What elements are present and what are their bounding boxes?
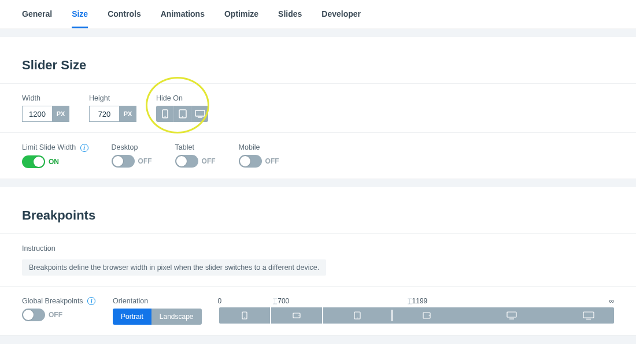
field-limit-slide-width: Limit Slide Width i ON — [22, 143, 88, 168]
svg-rect-14 — [507, 312, 516, 317]
desktop-state: OFF — [138, 157, 152, 165]
width-label: Width — [22, 94, 69, 102]
section-slider-size: Slider Size Width PX Height PX Hide On — [0, 45, 636, 179]
tablet-label: Tablet — [175, 143, 216, 151]
tab-slides[interactable]: Slides — [278, 9, 302, 28]
global-bp-label: Global Breakpoints i — [22, 297, 95, 306]
row-bp-controls: Global Breakpoints i OFF Orientation Por… — [0, 287, 636, 336]
bp-label-0: 0 — [218, 297, 222, 305]
height-unit[interactable]: PX — [119, 106, 136, 122]
bp-bar[interactable] — [219, 307, 614, 324]
field-desktop: Desktop OFF — [112, 143, 152, 168]
tab-developer[interactable]: Developer — [321, 9, 361, 28]
breakpoints-title: Breakpoints — [0, 195, 636, 234]
info-icon[interactable]: i — [87, 297, 95, 305]
settings-tabs: General Size Controls Animations Optimiz… — [0, 0, 636, 29]
row-limit-width: Limit Slide Width i ON Desktop OFF Table… — [0, 133, 636, 179]
svg-point-7 — [244, 317, 245, 318]
mobile-toggle[interactable] — [239, 155, 262, 168]
svg-rect-4 — [195, 110, 205, 116]
info-icon[interactable]: i — [80, 144, 88, 152]
field-tablet: Tablet OFF — [175, 143, 216, 168]
orientation-label: Orientation — [113, 297, 201, 305]
limit-width-state: ON — [49, 158, 59, 166]
limit-width-toggle[interactable] — [22, 155, 45, 168]
section-breakpoints: Breakpoints Instruction Breakpoints defi… — [0, 195, 636, 336]
tab-optimize[interactable]: Optimize — [224, 9, 258, 28]
svg-point-1 — [164, 116, 165, 117]
bp-label-700: ⌶700 — [273, 297, 289, 305]
hide-on-label: Hide On — [156, 94, 208, 102]
desktop-label: Desktop — [112, 143, 152, 151]
tablet-icon — [179, 109, 187, 118]
height-input[interactable] — [89, 106, 119, 122]
field-mobile: Mobile OFF — [239, 143, 279, 168]
orientation-landscape[interactable]: Landscape — [151, 309, 202, 325]
svg-point-9 — [298, 315, 299, 315]
mobile-icon — [162, 109, 168, 118]
hide-on-group — [156, 106, 208, 122]
field-height: Height PX — [89, 94, 136, 122]
bp-seg-desktop — [461, 307, 563, 324]
global-bp-state: OFF — [49, 311, 62, 319]
row-dimensions: Width PX Height PX Hide On — [0, 84, 636, 133]
layout-title: Layout — [0, 352, 636, 365]
large-desktop-icon — [583, 311, 594, 320]
hide-on-tablet[interactable] — [173, 106, 191, 122]
desktop-toggle[interactable] — [112, 155, 135, 168]
width-input[interactable] — [22, 106, 52, 122]
width-unit[interactable]: PX — [52, 106, 69, 122]
tablet-state: OFF — [202, 157, 216, 165]
bp-seg-mobile-p — [219, 307, 270, 324]
bp-seg-tablet-l — [393, 307, 461, 324]
limit-width-label: Limit Slide Width i — [22, 143, 88, 152]
tab-general[interactable]: General — [22, 9, 52, 28]
desktop-icon — [195, 110, 205, 118]
instruction-label: Instruction — [22, 244, 56, 252]
bp-seg-large — [563, 307, 614, 324]
tab-animations[interactable]: Animations — [161, 9, 205, 28]
mobile-label: Mobile — [239, 143, 279, 151]
slider-size-title: Slider Size — [0, 45, 636, 84]
mobile-portrait-icon — [242, 311, 247, 320]
height-label: Height — [89, 94, 136, 102]
bp-labels: 0 ⌶700 ⌶1199 ∞ — [219, 297, 614, 307]
desktop-icon — [506, 311, 517, 320]
instruction-text: Breakpoints define the browser width in … — [22, 259, 326, 276]
bp-label-inf: ∞ — [609, 297, 614, 305]
row-instruction: Instruction Breakpoints define the brows… — [0, 234, 636, 287]
field-hide-on: Hide On — [156, 94, 208, 122]
mobile-landscape-icon — [293, 313, 301, 318]
tablet-landscape-icon — [423, 312, 431, 319]
bp-seg-tablet-p — [323, 307, 391, 324]
svg-point-11 — [357, 317, 357, 318]
orientation-group: Portrait Landscape — [113, 309, 201, 325]
bp-label-1199: ⌶1199 — [408, 297, 428, 305]
svg-rect-16 — [583, 312, 594, 318]
breakpoint-slider[interactable]: 0 ⌶700 ⌶1199 ∞ — [219, 297, 614, 324]
tablet-toggle[interactable] — [175, 155, 198, 168]
bp-seg-mobile-l — [271, 307, 322, 324]
field-orientation: Orientation Portrait Landscape — [113, 297, 201, 325]
tablet-portrait-icon — [354, 311, 361, 320]
tab-size[interactable]: Size — [72, 9, 88, 28]
field-global-bp: Global Breakpoints i OFF — [22, 297, 95, 322]
section-layout: Layout — [0, 352, 636, 365]
svg-point-13 — [429, 315, 430, 315]
mobile-state: OFF — [265, 157, 279, 165]
hide-on-desktop[interactable] — [191, 106, 208, 122]
global-bp-toggle[interactable] — [22, 309, 45, 321]
hide-on-mobile[interactable] — [156, 106, 173, 122]
tab-controls[interactable]: Controls — [108, 9, 141, 28]
svg-point-3 — [182, 116, 183, 117]
orientation-portrait[interactable]: Portrait — [113, 309, 151, 325]
field-width: Width PX — [22, 94, 69, 122]
